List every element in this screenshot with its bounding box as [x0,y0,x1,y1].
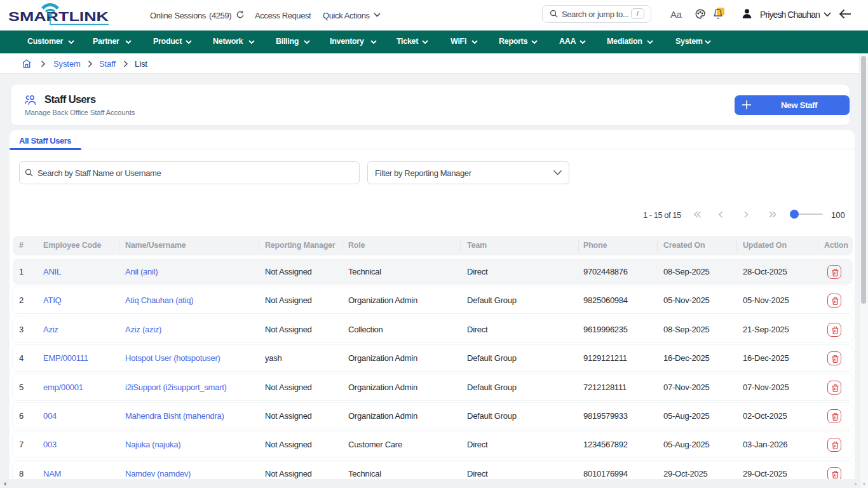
svg-text:SMARTLINK: SMARTLINK [8,10,109,24]
